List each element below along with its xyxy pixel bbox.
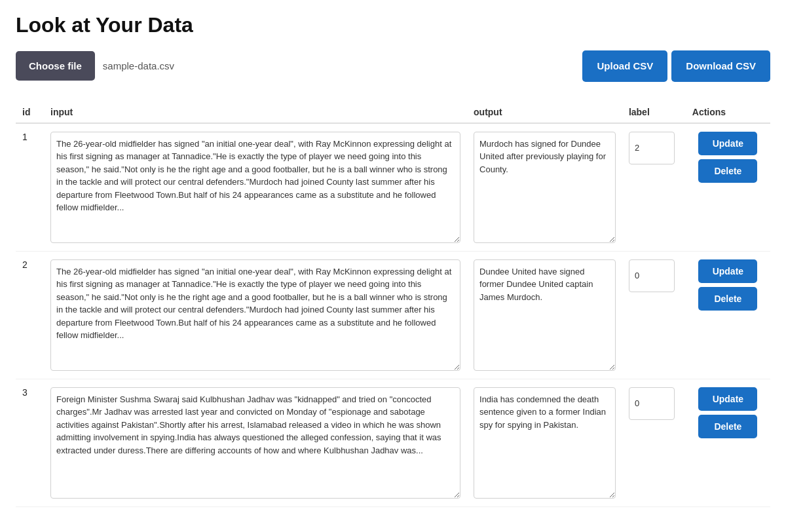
col-header-label: label [622, 102, 686, 123]
row-actions-1: UpdateDelete [692, 132, 764, 183]
cell-label-2 [622, 251, 686, 379]
label-input-3[interactable] [629, 387, 675, 420]
table-row: 2UpdateDelete [16, 251, 770, 379]
toolbar: Choose file sample-data.csv Upload CSV D… [16, 50, 770, 82]
delete-button-2[interactable]: Delete [698, 287, 757, 311]
col-header-actions: Actions [686, 102, 770, 123]
input-textarea-2[interactable] [50, 259, 460, 371]
table-header-row: id input output label Actions [16, 102, 770, 123]
output-textarea-2[interactable] [474, 259, 616, 371]
cell-id-2: 2 [16, 251, 44, 379]
row-actions-3: UpdateDelete [692, 387, 764, 438]
cell-actions-1: UpdateDelete [686, 123, 770, 252]
cell-actions-3: UpdateDelete [686, 379, 770, 506]
output-textarea-1[interactable] [474, 132, 616, 243]
update-button-3[interactable]: Update [698, 387, 757, 411]
update-button-1[interactable]: Update [698, 132, 757, 155]
cell-input-3 [44, 379, 467, 506]
data-table: id input output label Actions 1UpdateDel… [16, 102, 770, 507]
cell-id-3: 3 [16, 379, 44, 506]
cell-label-3 [622, 379, 686, 506]
upload-csv-button[interactable]: Upload CSV [582, 50, 667, 82]
input-textarea-3[interactable] [50, 387, 460, 499]
cell-label-1 [622, 123, 686, 252]
delete-button-3[interactable]: Delete [698, 415, 757, 438]
col-header-output: output [467, 102, 622, 123]
table-row: 1UpdateDelete [16, 123, 770, 252]
cell-input-1 [44, 123, 467, 252]
download-csv-button[interactable]: Download CSV [671, 50, 770, 82]
output-textarea-3[interactable] [474, 387, 616, 499]
action-buttons: Upload CSV Download CSV [582, 50, 770, 82]
cell-actions-2: UpdateDelete [686, 251, 770, 379]
input-textarea-1[interactable] [50, 132, 460, 243]
cell-output-2 [467, 251, 622, 379]
update-button-2[interactable]: Update [698, 259, 757, 283]
label-input-2[interactable] [629, 259, 675, 292]
delete-button-1[interactable]: Delete [698, 159, 757, 183]
cell-input-2 [44, 251, 467, 379]
col-header-id: id [16, 102, 44, 123]
row-actions-2: UpdateDelete [692, 259, 764, 311]
col-header-input: input [44, 102, 467, 123]
page-title: Look at Your Data [16, 13, 770, 37]
cell-output-1 [467, 123, 622, 252]
cell-output-3 [467, 379, 622, 506]
table-row: 3UpdateDelete [16, 379, 770, 506]
label-input-1[interactable] [629, 132, 675, 164]
cell-id-1: 1 [16, 123, 44, 252]
choose-file-button[interactable]: Choose file [16, 51, 95, 81]
file-name-label: sample-data.csv [103, 60, 575, 71]
